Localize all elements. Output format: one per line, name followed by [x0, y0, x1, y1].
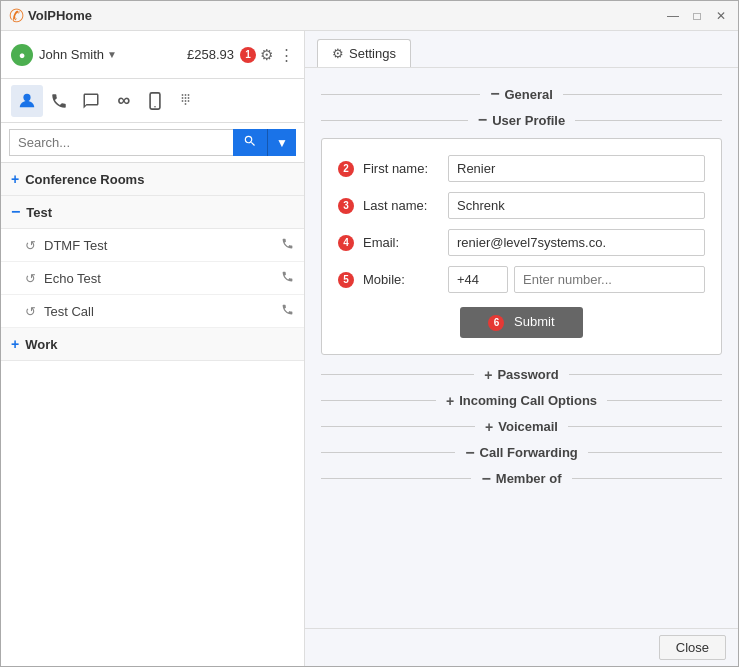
voicemail-nav-button[interactable]: ∞ [107, 85, 139, 117]
minimize-button[interactable]: — [664, 7, 682, 25]
section-title-user-profile[interactable]: − User Profile [468, 112, 575, 128]
section-general-toggle[interactable]: − [490, 86, 499, 102]
section-title-voicemail[interactable]: + Voicemail [475, 419, 568, 435]
section-user-profile-label: User Profile [492, 113, 565, 128]
section-member-toggle[interactable]: − [481, 471, 490, 487]
contact-item-echo-test[interactable]: ↺ Echo Test [1, 262, 304, 295]
notification-badge: 1 [240, 47, 256, 63]
nav-icons-bar: ∞ [1, 79, 304, 123]
section-general: − General [321, 86, 722, 102]
more-options-icon[interactable]: ⋮ [279, 46, 294, 64]
section-forwarding-toggle[interactable]: − [465, 445, 474, 461]
badge-submit: 6 [488, 315, 504, 331]
contact-item-dtmf-test[interactable]: ↺ DTMF Test [1, 229, 304, 262]
section-title-incoming-call[interactable]: + Incoming Call Options [436, 393, 607, 409]
section-user-profile-toggle[interactable]: − [478, 112, 487, 128]
badge-firstname: 2 [338, 161, 354, 177]
group-expand-icon: + [11, 336, 19, 352]
section-line-left [321, 452, 455, 453]
mobile-prefix-input[interactable] [448, 266, 508, 293]
section-title-password[interactable]: + Password [474, 367, 569, 383]
firstname-label: 2 First name: [338, 161, 448, 177]
section-voicemail-label: Voicemail [498, 419, 558, 434]
section-line-right [588, 452, 722, 453]
contact-item-test-call[interactable]: ↺ Test Call [1, 295, 304, 328]
form-row-email: 4 Email: [338, 229, 705, 256]
section-call-forwarding: − Call Forwarding [321, 445, 722, 461]
search-input[interactable] [9, 129, 233, 156]
messages-nav-button[interactable] [75, 85, 107, 117]
group-header-conference-rooms[interactable]: + Conference Rooms [1, 163, 304, 196]
search-dropdown-button[interactable]: ▼ [267, 129, 296, 156]
section-voicemail-toggle[interactable]: + [485, 419, 493, 435]
submit-button[interactable]: 6 Submit [460, 307, 582, 338]
group-header-work[interactable]: + Work [1, 328, 304, 361]
form-row-lastname: 3 Last name: [338, 192, 705, 219]
group-label-test: Test [26, 205, 52, 220]
firstname-input[interactable] [448, 155, 705, 182]
section-line-left [321, 120, 468, 121]
section-password-label: Password [497, 367, 558, 382]
section-voicemail: + Voicemail [321, 419, 722, 435]
group-expand-icon: + [11, 171, 19, 187]
section-line-right [572, 478, 722, 479]
badge-email: 4 [338, 235, 354, 251]
lastname-input[interactable] [448, 192, 705, 219]
group-label-work: Work [25, 337, 57, 352]
contact-list: + Conference Rooms − Test ↺ DTMF Test ↺ [1, 163, 304, 666]
bottom-bar: Close [305, 628, 738, 666]
tab-settings-label: Settings [349, 46, 396, 61]
section-line-left [321, 94, 480, 95]
main-window: ✆ VoIPHome — □ ✕ ● John Smith ▼ £258.93 … [0, 0, 739, 667]
section-password-toggle[interactable]: + [484, 367, 492, 383]
settings-icon[interactable]: ⚙ [260, 46, 273, 64]
badge-mobile: 5 [338, 272, 354, 288]
mobile-inputs [448, 266, 705, 293]
left-panel: ● John Smith ▼ £258.93 1 ⚙ ⋮ [1, 31, 305, 666]
call-button-echo[interactable] [281, 270, 294, 286]
tab-settings[interactable]: ⚙ Settings [317, 39, 411, 67]
form-row-mobile: 5 Mobile: [338, 266, 705, 293]
section-line-left [321, 478, 471, 479]
mobile-number-input[interactable] [514, 266, 705, 293]
section-incoming-label: Incoming Call Options [459, 393, 597, 408]
tab-bar: ⚙ Settings [305, 31, 738, 68]
maximize-button[interactable]: □ [688, 7, 706, 25]
settings-content: − General − User Profile [305, 68, 738, 628]
email-input[interactable] [448, 229, 705, 256]
section-title-member-of[interactable]: − Member of [471, 471, 571, 487]
call-button-dtmf[interactable] [281, 237, 294, 253]
group-label-conference-rooms: Conference Rooms [25, 172, 144, 187]
section-password: + Password [321, 367, 722, 383]
call-button-test-call[interactable] [281, 303, 294, 319]
section-title-call-forwarding[interactable]: − Call Forwarding [455, 445, 588, 461]
dialpad-nav-button[interactable] [171, 85, 203, 117]
window-close-button[interactable]: ✕ [712, 7, 730, 25]
svg-point-0 [23, 93, 30, 100]
badge-lastname: 3 [338, 198, 354, 214]
form-row-firstname: 2 First name: [338, 155, 705, 182]
section-incoming-call: + Incoming Call Options [321, 393, 722, 409]
section-title-general[interactable]: − General [480, 86, 563, 102]
section-incoming-toggle[interactable]: + [446, 393, 454, 409]
section-forwarding-label: Call Forwarding [480, 445, 578, 460]
main-container: ● John Smith ▼ £258.93 1 ⚙ ⋮ [1, 31, 738, 666]
email-label: 4 Email: [338, 235, 448, 251]
phone-nav-button[interactable] [43, 85, 75, 117]
section-member-of: − Member of [321, 471, 722, 487]
lastname-label: 3 Last name: [338, 198, 448, 214]
section-line-left [321, 374, 474, 375]
right-panel: ⚙ Settings − General [305, 31, 738, 666]
section-line-left [321, 400, 436, 401]
group-collapse-icon: − [11, 204, 20, 220]
section-user-profile-header: − User Profile [321, 112, 722, 128]
group-header-test[interactable]: − Test [1, 196, 304, 229]
contacts-nav-button[interactable] [11, 85, 43, 117]
mobile-nav-button[interactable] [139, 85, 171, 117]
section-general-label: General [504, 87, 552, 102]
title-bar: ✆ VoIPHome — □ ✕ [1, 1, 738, 31]
search-button[interactable] [233, 129, 267, 156]
close-settings-button[interactable]: Close [659, 635, 726, 660]
user-profile-box: 2 First name: 3 Last name: [321, 138, 722, 355]
user-dropdown-arrow[interactable]: ▼ [107, 49, 117, 60]
